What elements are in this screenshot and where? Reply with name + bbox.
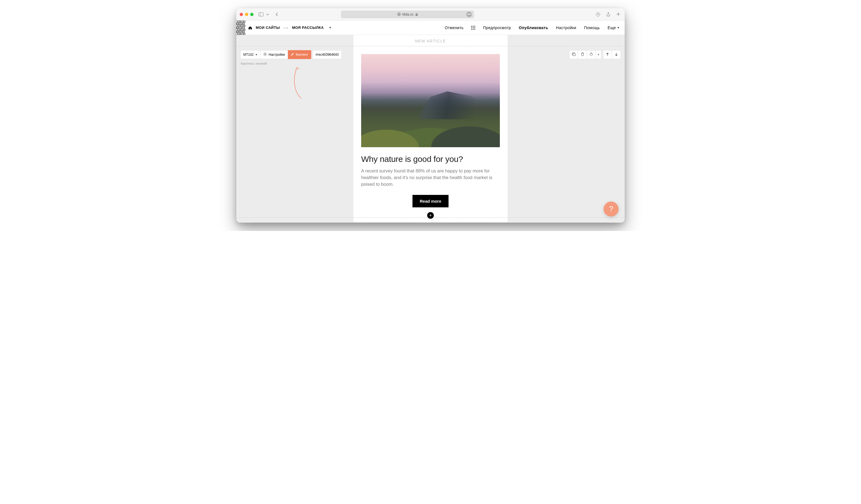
breadcrumb-page[interactable]: МОЯ РАССЫЛКА [292,26,324,30]
grid-icon[interactable] [471,26,475,30]
block-settings-button[interactable]: Настройки [260,50,288,59]
section-title: NEW ARTICLE [353,35,508,46]
svg-rect-6 [473,26,474,27]
breadcrumb: МОИ САЙТЫ МОЯ РАССЫЛКА ▼ [248,25,332,30]
browser-window: tilda.cc ••• МОИ САЙТЫ [236,8,625,223]
svg-rect-0 [259,13,263,16]
svg-rect-12 [473,29,474,30]
address-bar[interactable]: tilda.cc ••• [341,11,474,18]
pencil-icon [291,53,294,57]
duplicate-button[interactable] [569,50,578,59]
close-window-button[interactable] [240,13,243,16]
window-controls [240,13,254,16]
breadcrumb-dropdown-icon[interactable]: ▼ [329,26,331,29]
power-icon [589,52,593,57]
move-up-button[interactable] [603,50,612,59]
annotation-arrow [282,66,310,99]
lock-icon [415,13,418,16]
email-canvas: NEW ARTICLE [353,35,508,46]
svg-rect-11 [471,29,472,30]
svg-rect-5 [471,26,472,27]
block-code-dropdown[interactable]: MT102 ▼ [240,50,260,59]
block-controls-right: ▼ [568,50,621,59]
address-url: tilda.cc [402,12,413,16]
help-bubble-button[interactable]: ? [604,201,618,216]
block-recid[interactable]: #rec403964643 [313,50,342,59]
move-down-button[interactable] [612,50,621,59]
svg-rect-10 [474,27,475,28]
sidebar-toggle-icon[interactable] [257,11,265,17]
home-icon[interactable] [248,26,252,30]
block-controls-left: MT102 ▼ Настройки Контент [240,50,342,65]
arrow-up-icon [606,52,609,57]
settings-button[interactable]: Настройки [556,26,576,30]
card-title: Why nature is good for you? [361,154,500,164]
globe-icon [397,13,401,16]
address-more-icon[interactable]: ••• [466,12,472,17]
browser-chrome: tilda.cc ••• [236,8,625,20]
block-recid-label: #rec403964643 [316,53,339,57]
preview-button[interactable]: Предпросмотр [483,26,511,30]
block-content-button[interactable]: Контент [288,50,311,59]
more-dropdown[interactable]: Еще ▼ [608,26,620,30]
breadcrumb-home[interactable]: МОИ САЙТЫ [256,26,280,30]
minimize-window-button[interactable] [245,13,248,16]
caret-down-icon: ▼ [255,54,257,56]
downloads-icon[interactable] [595,11,601,18]
plus-icon: + [429,213,432,218]
block-settings-label: Настройки [269,53,285,57]
gear-icon [263,52,267,57]
publish-button[interactable]: Опубликовать [519,26,548,30]
delete-button[interactable] [578,50,587,59]
svg-rect-13 [474,29,475,30]
svg-rect-8 [471,27,472,28]
back-button[interactable] [275,11,279,17]
share-icon[interactable] [605,11,611,18]
help-button[interactable]: Помощь [584,26,600,30]
more-label: Еще [608,26,616,30]
block-code-label: MT102 [243,53,254,57]
workspace: NEW ARTICLE MT102 ▼ Настройки [236,35,625,223]
svg-rect-16 [573,54,575,56]
caret-down-icon: ▼ [617,26,620,29]
svg-rect-9 [473,27,474,28]
card-image [361,54,500,147]
add-block-button[interactable]: + [427,212,434,219]
block-wrapper: MT102 ▼ Настройки Контент [236,46,625,218]
svg-point-14 [265,54,266,55]
chevron-down-icon[interactable] [265,13,270,16]
power-button[interactable] [587,50,596,59]
maximize-window-button[interactable] [250,13,254,16]
question-icon: ? [609,205,613,213]
read-more-button[interactable]: Read more [412,195,449,207]
arrow-down-icon [615,52,618,57]
trash-icon [581,52,584,57]
app-header: МОИ САЙТЫ МОЯ РАССЫЛКА ▼ Отменить Предпр… [236,20,625,35]
block-content-label: Контент [296,53,308,57]
power-dropdown[interactable]: ▼ [596,50,601,59]
arrow-right-icon [283,25,289,30]
card-block[interactable]: Why nature is good for you? A recent sur… [353,46,508,218]
block-caption: Карточка с кнопкой [241,62,266,65]
svg-rect-3 [415,14,418,16]
svg-rect-7 [474,26,475,27]
undo-button[interactable]: Отменить [445,26,464,30]
tilda-logo [236,20,245,35]
copy-icon [572,52,576,57]
caret-down-icon: ▼ [598,54,600,56]
card-description: A recent survey found that 88% of us are… [361,168,500,188]
new-tab-icon[interactable] [615,11,621,18]
